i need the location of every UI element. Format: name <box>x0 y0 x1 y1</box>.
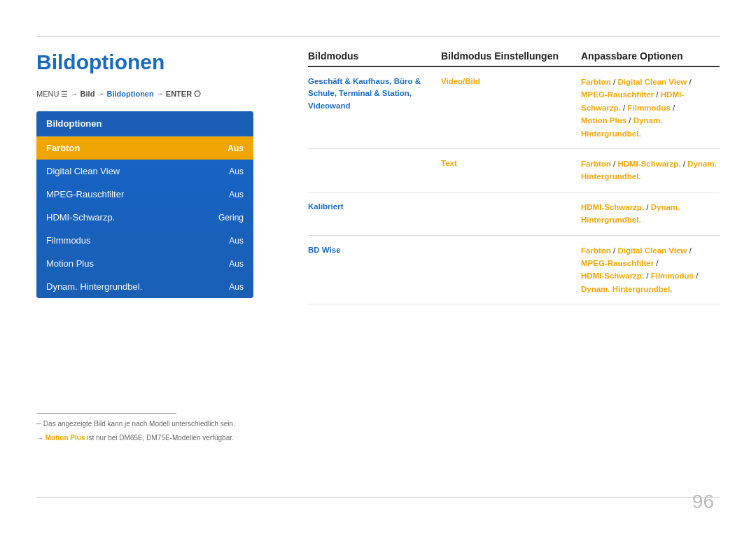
table-row: BD Wise Farbton / Digital Clean View / M… <box>308 236 720 305</box>
right-section: Bildmodus Bildmodus Einstellungen Anpass… <box>308 50 720 304</box>
opt3-hdmi: HDMI-Schwarzp. <box>581 203 644 211</box>
menu-item-motion-value: Aus <box>229 259 244 269</box>
menu-box-title: Bildoptionen <box>36 111 253 136</box>
col-header-optionen: Anpassbare Optionen <box>581 50 720 62</box>
menu-arrow2: → <box>97 90 106 98</box>
menu-item-dcv-label: Digital Clean View <box>46 166 120 176</box>
page-title: Bildoptionen <box>36 50 295 74</box>
menu-path: MENU ☰ → Bild → Bildoptionen → ENTER ⎔ <box>36 90 295 99</box>
menu-prefix: MENU <box>36 90 61 98</box>
menu-box: Bildoptionen Farbton Aus Digital Clean V… <box>36 111 253 298</box>
cell-optionen-3: HDMI-Schwarzp. / Dynam. Hintergrundbel. <box>581 201 720 227</box>
menu-item-farbton-label: Farbton <box>46 143 80 153</box>
menu-item-dynam-value: Aus <box>229 282 244 292</box>
table-header: Bildmodus Bildmodus Einstellungen Anpass… <box>308 50 720 67</box>
bottom-divider <box>36 497 720 498</box>
menu-arrow3: → <box>156 90 166 98</box>
menu-item-dynam[interactable]: Dynam. Hintergrundbel. Aus <box>36 275 253 298</box>
opt-motion: Motion Plus <box>581 116 626 125</box>
menu-item-motion-plus[interactable]: Motion Plus Aus <box>36 252 253 275</box>
cell-optionen-4: Farbton / Digital Clean View / MPEG-Raus… <box>581 244 720 296</box>
table-row: Kalibriert HDMI-Schwarzp. / Dynam. Hinte… <box>308 192 720 236</box>
menu-item-farbton-value: Aus <box>227 143 244 153</box>
menu-item-motion-label: Motion Plus <box>46 258 94 269</box>
opt2-hdmi: HDMI-Schwarzp. <box>617 160 680 168</box>
opt4-film: Filmmodus <box>651 272 694 280</box>
footnote-2: → Motion Plus ist nur bei DM65E, DM75E-M… <box>36 433 267 443</box>
opt4-farbton: Farbton <box>581 246 611 255</box>
opt-mpeg: MPEG-Rauschfilter <box>581 90 654 99</box>
menu-item1: Bild <box>80 90 95 98</box>
table-row: Text Farbton / HDMI-Schwarzp. / Dynam. H… <box>308 149 720 192</box>
menu-item-mpeg[interactable]: MPEG-Rauschfilter Aus <box>36 183 253 206</box>
cell-einstellungen-2: Text <box>441 157 581 169</box>
opt4-dcv: Digital Clean View <box>617 246 687 255</box>
page-number: 96 <box>692 491 714 513</box>
footnotes: ─ Das angezeigte Bild kann je nach Model… <box>36 413 267 447</box>
menu-icon: ☰ <box>61 90 68 98</box>
menu-item-filmmodus-value: Aus <box>229 236 244 246</box>
cell-optionen-1: Farbton / Digital Clean View / MPEG-Raus… <box>581 76 720 140</box>
menu-item-dcv-value: Aus <box>229 167 244 176</box>
footnote-divider <box>36 413 176 414</box>
opt4-hdmi: HDMI-Schwarzp. <box>581 272 644 280</box>
menu-item-hdmi-value: Gering <box>218 213 244 223</box>
opt2-farbton: Farbton <box>581 160 611 168</box>
opt4-mpeg: MPEG-Rauschfilter <box>581 259 654 267</box>
opt-dcv: Digital Clean View <box>617 78 687 86</box>
menu-item-filmmodus[interactable]: Filmmodus Aus <box>36 229 253 252</box>
opt-farbton: Farbton <box>581 78 611 86</box>
menu-arrow1: → <box>71 90 80 98</box>
col-header-bildmodus: Bildmodus <box>308 50 441 62</box>
opt-film: Filmmodus <box>627 104 670 112</box>
opt4-dynam: Dynam. Hintergrundbel. <box>581 285 672 293</box>
footnote-motion-plus: Motion Plus <box>46 434 85 442</box>
menu-item-mpeg-label: MPEG-Rauschfilter <box>46 189 124 199</box>
cell-bildmodus-1: Geschäft & Kaufhaus, Büro & Schule, Term… <box>308 76 441 112</box>
menu-item-dynam-label: Dynam. Hintergrundbel. <box>46 281 142 292</box>
left-section: Bildoptionen MENU ☰ → Bild → Bildoptione… <box>36 50 295 298</box>
menu-item-hdmi-label: HDMI-Schwarzp. <box>46 212 115 223</box>
menu-item2: Bildoptionen <box>106 90 153 98</box>
cell-einstellungen-1: Video/Bild <box>441 76 581 87</box>
menu-enter: ENTER ⎔ <box>166 90 201 98</box>
cell-optionen-2: Farbton / HDMI-Schwarzp. / Dynam. Hinter… <box>581 157 720 183</box>
footnote-1: ─ Das angezeigte Bild kann je nach Model… <box>36 419 267 429</box>
top-divider <box>36 36 720 37</box>
col-header-einstellungen: Bildmodus Einstellungen <box>441 50 581 62</box>
table-row: Geschäft & Kaufhaus, Büro & Schule, Term… <box>308 67 720 149</box>
menu-item-farbton[interactable]: Farbton Aus <box>36 136 253 160</box>
menu-item-digital-clean-view[interactable]: Digital Clean View Aus <box>36 160 253 183</box>
menu-item-hdmi[interactable]: HDMI-Schwarzp. Gering <box>36 206 253 229</box>
cell-bildmodus-4: BD Wise <box>308 244 441 256</box>
cell-bildmodus-3: Kalibriert <box>308 201 441 213</box>
table-body: Geschäft & Kaufhaus, Büro & Schule, Term… <box>308 67 720 304</box>
menu-item-mpeg-value: Aus <box>229 190 244 199</box>
menu-item-filmmodus-label: Filmmodus <box>46 235 91 246</box>
